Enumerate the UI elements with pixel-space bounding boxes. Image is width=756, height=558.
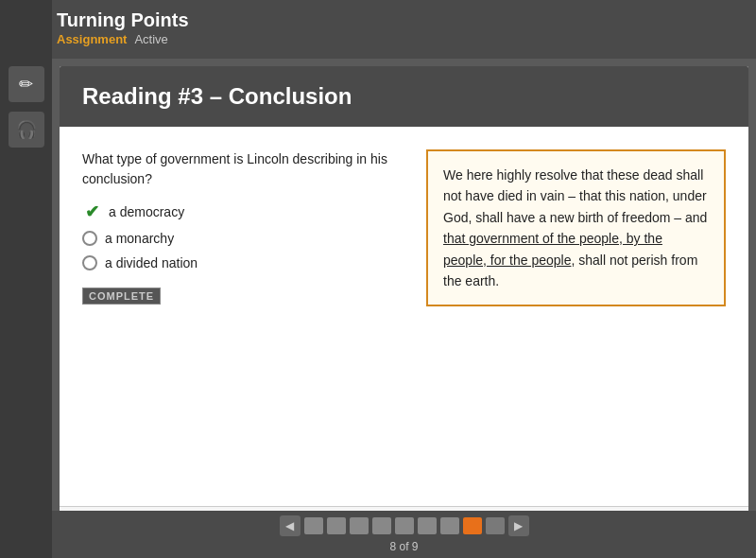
nav-dot-7[interactable] [440, 517, 459, 534]
headphone-button[interactable]: 🎧 [9, 112, 44, 148]
breadcrumb-active: Active [134, 32, 167, 46]
sidebar: ✏ 🎧 [0, 0, 52, 558]
nav-dot-4[interactable] [372, 517, 391, 534]
breadcrumb-assignment[interactable]: Assignment [57, 32, 127, 46]
card-body: What type of government is Lincoln descr… [60, 127, 748, 506]
nav-dot-6[interactable] [418, 517, 437, 534]
main-wrapper: Reading #3 – Conclusion What type of gov… [52, 59, 756, 558]
top-bar-content: Turning Points Assignment Active [57, 8, 189, 46]
content-card: Reading #3 – Conclusion What type of gov… [60, 66, 748, 550]
answer-option-divided[interactable]: a divided nation [82, 255, 404, 270]
page-counter: 8 of 9 [389, 540, 418, 553]
answer-option-democracy[interactable]: ✔ a democracy [82, 202, 404, 221]
headphone-icon: 🎧 [16, 119, 37, 140]
nav-controls: ◀ ▶ [280, 515, 529, 536]
quote-text-part1: We here highly resolve that these dead s… [443, 167, 707, 225]
question-area: What type of government is Lincoln descr… [82, 149, 404, 491]
bottom-bar: ◀ ▶ 8 of 9 [52, 511, 756, 558]
app-title: Turning Points [57, 8, 189, 32]
prev-arrow[interactable]: ◀ [280, 515, 301, 536]
pencil-button[interactable]: ✏ [9, 66, 44, 102]
nav-dot-5[interactable] [395, 517, 414, 534]
prev-arrow-icon: ◀ [285, 519, 294, 532]
answer-label-democracy: a democracy [109, 204, 184, 219]
radio-monarchy [82, 231, 97, 246]
card-header: Reading #3 – Conclusion [60, 66, 748, 127]
next-arrow[interactable]: ▶ [508, 515, 529, 536]
answer-option-monarchy[interactable]: a monarchy [82, 231, 404, 246]
nav-dot-2[interactable] [327, 517, 346, 534]
nav-dot-9[interactable] [486, 517, 505, 534]
breadcrumb: Assignment Active [57, 32, 189, 46]
question-text: What type of government is Lincoln descr… [82, 149, 404, 189]
top-bar: Turning Points Assignment Active [0, 0, 756, 59]
quote-box: We here highly resolve that these dead s… [426, 149, 726, 306]
nav-dot-8[interactable] [463, 517, 482, 534]
answer-label-monarchy: a monarchy [105, 231, 174, 246]
card-title: Reading #3 – Conclusion [82, 83, 352, 109]
nav-dot-3[interactable] [350, 517, 369, 534]
next-arrow-icon: ▶ [514, 519, 523, 532]
complete-badge: COMPLETE [82, 288, 161, 305]
pencil-icon: ✏ [19, 74, 33, 95]
answer-label-divided: a divided nation [105, 255, 198, 270]
radio-divided [82, 255, 97, 270]
nav-dot-1[interactable] [304, 517, 323, 534]
checkmark-icon: ✔ [82, 202, 101, 221]
